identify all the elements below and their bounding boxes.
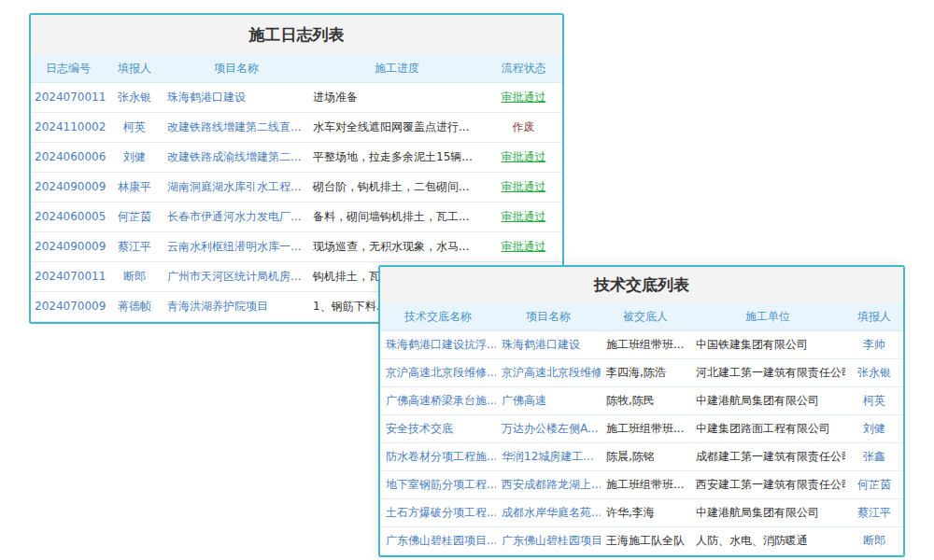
link-cell[interactable]: 华润12城房建工... [496,443,601,471]
link-cell[interactable]: 张永银 [106,83,163,113]
text-cell: 河北建工第一建筑有限责任公司 [690,359,845,387]
link-cell[interactable]: 改建铁路成渝线增建第二... [163,143,309,173]
column-header: 项目名称 [163,55,309,83]
text-cell: 许华,李海 [601,499,690,527]
link-cell[interactable]: 2024070011 [31,262,106,292]
table-row: 地下室钢筋分项工程...西安成都路龙湖上...施工班组带班...西安建工第一建筑… [380,471,903,499]
technical-disclosure-title: 技术交底列表 [380,267,903,303]
column-header: 填报人 [106,55,163,83]
status-cell[interactable]: 审批通过 [485,83,562,113]
link-cell[interactable]: 蔡江平 [845,499,903,527]
link-cell[interactable]: 广州市天河区统计局机房... [163,262,309,292]
column-header: 施工单位 [690,303,845,331]
text-cell: 进场准备 [309,83,485,113]
link-cell[interactable]: 湖南洞庭湖水库引水工程... [163,173,309,203]
text-cell: 平整场地，拉走多余泥土15辆... [309,143,485,173]
link-cell[interactable]: 2024090009 [31,173,106,203]
link-cell[interactable]: 珠海鹤港口建设 [496,331,601,359]
link-cell[interactable]: 断郎 [845,527,903,555]
link-cell[interactable]: 蔡江平 [106,232,163,262]
link-cell[interactable]: 长春市伊通河水力发电厂... [163,203,309,232]
link-cell[interactable]: 广东佛山碧桂园项目... [380,527,496,555]
status-cell[interactable]: 作废 [485,113,562,143]
link-cell[interactable]: 广佛高速桥梁承台施... [380,387,496,415]
text-cell: 成都建工第一建筑有限责任公司 [690,443,845,471]
link-cell[interactable]: 地下室钢筋分项工程... [380,471,496,499]
link-cell[interactable]: 广东佛山碧桂园项目 [496,527,601,555]
technical-disclosure-body: 珠海鹤港口建设抗浮...珠海鹤港口建设施工班组带班...中国铁建集团有限公司李帅… [380,331,903,555]
link-cell[interactable]: 土石方爆破分项工程... [380,499,496,527]
technical-disclosure-panel: 技术交底列表 技术交底名称项目名称被交底人施工单位填报人 珠海鹤港口建设抗浮..… [378,265,905,557]
text-cell: 施工班组带班... [601,415,690,443]
link-cell[interactable]: 万达办公楼左侧A... [496,415,601,443]
link-cell[interactable]: 2024110002 [31,113,106,143]
construction-log-title: 施工日志列表 [31,15,562,55]
link-cell[interactable]: 刘健 [845,415,903,443]
link-cell[interactable]: 刘健 [106,143,163,173]
table-row: 2024110002柯英改建铁路线增建第二线直...水车对全线遮阳网覆盖点进行.… [31,113,562,143]
link-cell[interactable]: 广佛高速 [496,387,601,415]
link-cell[interactable]: 2024070009 [31,292,106,322]
table-row: 2024060005何芷茵长春市伊通河水力发电厂...备料，砌间墙钩机排土，瓦工… [31,203,562,232]
column-header: 施工进度 [309,55,485,83]
text-cell: 中建港航局集团有限公司 [690,387,845,415]
link-cell[interactable]: 京沪高速北京段维修... [380,359,496,387]
table-row: 广佛高速桥梁承台施...广佛高速陈牧,陈民中建港航局集团有限公司柯英 [380,387,903,415]
link-cell[interactable]: 何芷茵 [106,203,163,232]
column-header: 技术交底名称 [380,303,496,331]
text-cell: 王海施工队全队 [601,527,690,555]
link-cell[interactable]: 断郎 [106,262,163,292]
link-cell[interactable]: 柯英 [106,113,163,143]
link-cell[interactable]: 2024060005 [31,203,106,232]
page-canvas: { "log_list": { "title": "施工日志列表", "colu… [0,0,934,560]
link-cell[interactable]: 西安成都路龙湖上... [496,471,601,499]
status-cell[interactable]: 审批通过 [485,173,562,203]
text-cell: 水车对全线遮阳网覆盖点进行... [309,113,485,143]
column-header: 日志编号 [31,55,106,83]
column-header: 项目名称 [496,303,601,331]
table-row: 广东佛山碧桂园项目...广东佛山碧桂园项目王海施工队全队人防、水电、消防暖通断郎 [380,527,903,555]
text-cell: 中国铁建集团有限公司 [690,331,845,359]
technical-disclosure-table: 技术交底名称项目名称被交底人施工单位填报人 珠海鹤港口建设抗浮...珠海鹤港口建… [380,303,903,555]
link-cell[interactable]: 张永银 [845,359,903,387]
status-cell[interactable]: 审批通过 [485,203,562,232]
table-row: 2024090009蔡江平云南水利枢纽潜明水库一...现场巡查，无积水现象，水马… [31,232,562,262]
text-cell: 施工班组带班... [601,471,690,499]
text-cell: 李四海,陈浩 [601,359,690,387]
link-cell[interactable]: 云南水利枢纽潜明水库一... [163,232,309,262]
text-cell: 备料，砌间墙钩机排土，瓦工... [309,203,485,232]
text-cell: 施工班组带班... [601,331,690,359]
link-cell[interactable]: 珠海鹤港口建设抗浮... [380,331,496,359]
link-cell[interactable]: 李帅 [845,331,903,359]
text-cell: 陈晨,陈铭 [601,443,690,471]
text-cell: 现场巡查，无积水现象，水马... [309,232,485,262]
table-row: 安全技术交底万达办公楼左侧A...施工班组带班...中建集团路面工程有限公司刘健 [380,415,903,443]
link-cell[interactable]: 2024090009 [31,232,106,262]
link-cell[interactable]: 柯英 [845,387,903,415]
link-cell[interactable]: 张鑫 [845,443,903,471]
link-cell[interactable]: 2024070011 [31,83,106,113]
table-row: 2024090009林康平湖南洞庭湖水库引水工程...砌台阶，钩机排土，二包砌间… [31,173,562,203]
status-cell[interactable]: 审批通过 [485,143,562,173]
text-cell: 砌台阶，钩机排土，二包砌间... [309,173,485,203]
link-cell[interactable]: 成都水岸华庭名苑... [496,499,601,527]
link-cell[interactable]: 青海洪湖养护院项目 [163,292,309,322]
link-cell[interactable]: 珠海鹤港口建设 [163,83,309,113]
technical-disclosure-header-row: 技术交底名称项目名称被交底人施工单位填报人 [380,303,903,331]
table-row: 2024060006刘健改建铁路成渝线增建第二...平整场地，拉走多余泥土15辆… [31,143,562,173]
table-row: 防水卷材分项工程施...华润12城房建工...陈晨,陈铭成都建工第一建筑有限责任… [380,443,903,471]
link-cell[interactable]: 改建铁路线增建第二线直... [163,113,309,143]
text-cell: 中建港航局集团有限公司 [690,499,845,527]
status-cell[interactable]: 审批通过 [485,232,562,262]
table-row: 土石方爆破分项工程...成都水岸华庭名苑...许华,李海中建港航局集团有限公司蔡… [380,499,903,527]
link-cell[interactable]: 防水卷材分项工程施... [380,443,496,471]
link-cell[interactable]: 京沪高速北京段维修 [496,359,601,387]
text-cell: 中建集团路面工程有限公司 [690,415,845,443]
column-header: 填报人 [845,303,903,331]
construction-log-header-row: 日志编号填报人项目名称施工进度流程状态 [31,55,562,83]
link-cell[interactable]: 安全技术交底 [380,415,496,443]
link-cell[interactable]: 蒋德帧 [106,292,163,322]
link-cell[interactable]: 2024060006 [31,143,106,173]
link-cell[interactable]: 何芷茵 [845,471,903,499]
link-cell[interactable]: 林康平 [106,173,163,203]
